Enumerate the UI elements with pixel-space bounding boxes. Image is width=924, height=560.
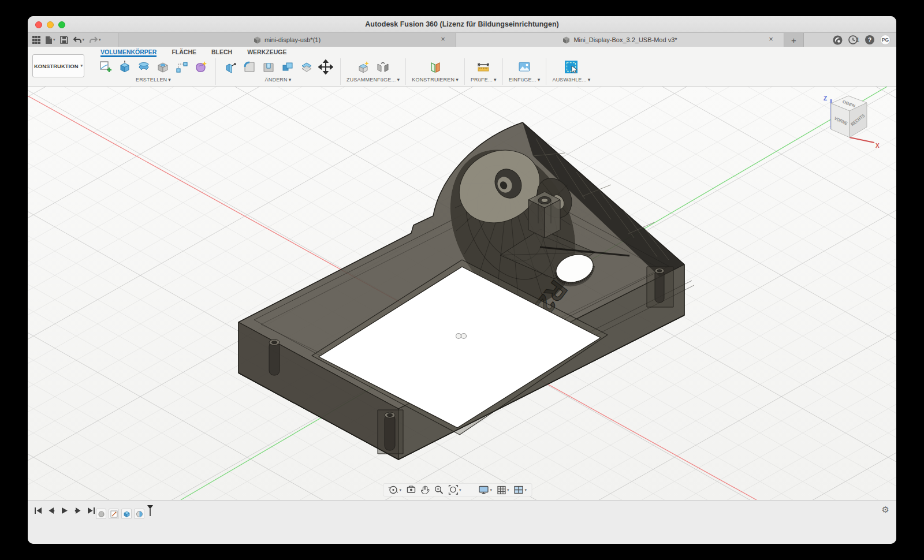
pan-hand-icon: [420, 486, 429, 495]
tab-flaeche[interactable]: FLÄCHE: [172, 48, 196, 57]
step-back-icon: [47, 507, 55, 514]
group-label-zusammenfuegen[interactable]: ZUSAMMENFüGE...▾: [346, 77, 400, 83]
file-menu-button[interactable]: ▾: [44, 34, 57, 46]
move-copy-button[interactable]: [317, 58, 334, 76]
look-at-icon: [406, 486, 416, 494]
group-einfuegen: EINFüGE...▾: [503, 57, 546, 86]
timeline-feature-fillet[interactable]: [134, 509, 144, 519]
chevron-down-icon: ▾: [289, 77, 292, 83]
create-form-button[interactable]: [192, 58, 210, 76]
tab-volumenkoerper[interactable]: VOLUMENKÖRPER: [100, 48, 157, 57]
rectangular-pattern-button[interactable]: [173, 58, 191, 76]
group-aendern: ÄNDERN▾: [216, 57, 340, 86]
chevron-down-icon: ▾: [588, 77, 591, 83]
timeline-step-forward-button[interactable]: [73, 506, 83, 515]
window-title: Autodesk Fusion 360 (Lizenz für Bildungs…: [28, 16, 896, 32]
timeline-step-back-button[interactable]: [47, 506, 56, 515]
move-icon: [318, 59, 333, 74]
joint-button[interactable]: [374, 58, 392, 76]
konstruktion-dropdown[interactable]: KONSTRUKTION ▾: [32, 54, 84, 77]
form-feature-icon: [98, 510, 105, 518]
offset-face-button[interactable]: [298, 58, 315, 76]
sketch-feature-icon: [110, 510, 118, 518]
fit-view-button[interactable]: ▾: [448, 485, 461, 495]
close-window-button[interactable]: [35, 21, 42, 28]
group-auswaehlen: AUSWäHLE...▾: [546, 57, 596, 86]
group-konstruieren: KONSTRUIEREN▾: [406, 57, 464, 86]
document-tab-1[interactable]: mini-display-usb*(1) ×: [118, 33, 456, 47]
redo-button[interactable]: ▾: [88, 34, 102, 46]
tab-blech[interactable]: BLECH: [211, 48, 232, 57]
ribbon-toolbar: KONSTRUKTION ▾ VOLUMENKÖRPER FLÄCHE BLEC…: [28, 47, 896, 87]
save-icon: [60, 36, 68, 44]
group-label-auswaehlen[interactable]: AUSWäHLE...▾: [552, 77, 590, 83]
group-zusammenfuegen: ZUSAMMENFüGE...▾: [341, 57, 405, 86]
screw-post-east: [647, 267, 673, 307]
group-label-konstruieren[interactable]: KONSTRUIEREN▾: [412, 77, 459, 83]
revolve-button[interactable]: [135, 58, 152, 76]
viewport-3d[interactable]: R2: [28, 87, 896, 500]
scene-canvas[interactable]: R2: [28, 87, 896, 500]
timeline-feature-sketch[interactable]: [109, 509, 119, 519]
group-label-einfuegen[interactable]: EINFüGE...▾: [509, 77, 541, 83]
chevron-down-icon: ▾: [459, 488, 461, 492]
close-tab-icon[interactable]: ×: [766, 35, 776, 44]
chevron-down-icon: ▾: [399, 488, 401, 492]
combine-button[interactable]: [279, 58, 296, 76]
press-pull-button[interactable]: [222, 58, 239, 76]
quick-access-toolbar: ▾ ▾ ▾: [28, 33, 118, 47]
fillet-button[interactable]: [241, 58, 258, 76]
undo-button[interactable]: ▾: [72, 34, 86, 46]
app-grid-button[interactable]: [31, 34, 42, 46]
job-status-button[interactable]: 1: [848, 35, 859, 44]
select-button[interactable]: [562, 58, 580, 76]
user-avatar[interactable]: PG: [880, 35, 891, 45]
group-erstellen: ERSTELLEN▾: [91, 57, 215, 86]
timeline-play-button[interactable]: [60, 506, 69, 515]
measure-button[interactable]: [475, 58, 492, 76]
extensions-icon[interactable]: [833, 35, 843, 45]
fullscreen-window-button[interactable]: [58, 21, 65, 28]
timeline-go-end-button[interactable]: [87, 506, 96, 515]
group-label-erstellen[interactable]: ERSTELLEN▾: [136, 77, 171, 83]
minimize-window-button[interactable]: [47, 21, 54, 28]
viewports-button[interactable]: ▾: [514, 486, 527, 494]
screw-post-west: [269, 339, 280, 375]
help-button[interactable]: ?: [865, 35, 874, 44]
new-document-button[interactable]: +: [784, 33, 804, 47]
group-label-pruefen[interactable]: PRüFE...▾: [471, 77, 497, 83]
close-tab-icon[interactable]: ×: [438, 35, 448, 44]
group-label-aendern[interactable]: ÄNDERN▾: [265, 77, 292, 83]
viewports-icon: [514, 486, 524, 494]
chevron-down-icon: ▾: [494, 77, 497, 83]
hole-button[interactable]: [154, 58, 172, 76]
orbit-button[interactable]: ▾: [388, 485, 401, 495]
document-cube-icon: [562, 36, 570, 44]
timeline-feature-extrude[interactable]: [121, 509, 132, 519]
insert-canvas-button[interactable]: [516, 58, 533, 76]
document-tab-2[interactable]: Mini_Display-Box_3.2_USB-Mod v3* ×: [456, 33, 784, 47]
timeline-playhead[interactable]: [147, 505, 154, 519]
document-tab-label: mini-display-usb*(1): [264, 36, 321, 43]
document-tabbar: ▾ ▾ ▾ mini-display-usb*(1) × Mini_Displa…: [28, 33, 896, 47]
construction-plane-button[interactable]: [427, 58, 444, 76]
timeline-settings-gear[interactable]: ⚙: [882, 505, 889, 515]
shell-button[interactable]: [260, 58, 277, 76]
grid-snap-icon: [497, 486, 506, 495]
grid-snap-button[interactable]: ▾: [497, 486, 509, 495]
new-component-button[interactable]: [355, 58, 372, 76]
save-button[interactable]: [59, 34, 69, 46]
timeline-feature-form[interactable]: [96, 509, 106, 519]
create-sketch-button[interactable]: [97, 58, 114, 76]
zoom-button[interactable]: [434, 485, 444, 495]
tab-werkzeuge[interactable]: WERKZEUGE: [247, 48, 286, 57]
timeline-go-start-button[interactable]: [33, 506, 43, 515]
display-settings-button[interactable]: ▾: [479, 486, 493, 494]
timeline-bar: ⚙: [28, 500, 896, 544]
fillet-icon: [243, 60, 256, 74]
chevron-down-icon: ▾: [53, 38, 55, 42]
pan-button[interactable]: [420, 486, 429, 495]
extrude-button[interactable]: [116, 58, 133, 76]
look-at-button[interactable]: [406, 486, 416, 494]
step-forward-icon: [74, 507, 82, 514]
